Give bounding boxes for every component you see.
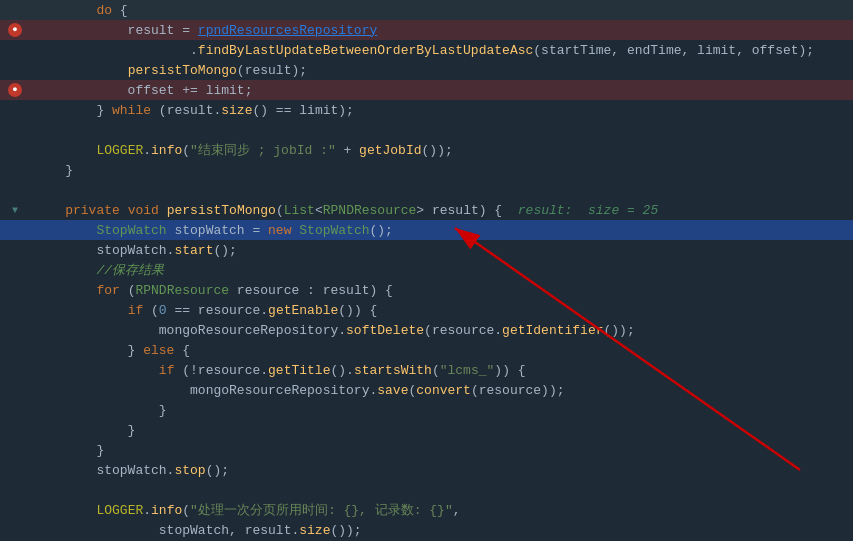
- code-line: persistToMongo(result);: [0, 60, 853, 80]
- code-line: }: [0, 440, 853, 460]
- line-code: } while (result.size() == limit);: [30, 103, 853, 118]
- fold-icon[interactable]: ▼: [7, 202, 23, 218]
- line-code: mongoResourceRepository.save(convert(res…: [30, 383, 853, 398]
- code-line: StopWatch stopWatch = new StopWatch();: [0, 220, 853, 240]
- line-code: if (!resource.getTitle().startsWith("lcm…: [30, 363, 853, 378]
- code-line: LOGGER.info("处理一次分页所用时间: {}, 记录数: {}",: [0, 500, 853, 520]
- code-line: [0, 120, 853, 140]
- line-code: //保存结果: [30, 261, 853, 279]
- line-code: do {: [30, 3, 853, 18]
- code-line: if (0 == resource.getEnable()) {: [0, 300, 853, 320]
- code-line: [0, 180, 853, 200]
- line-code: result = rpndResourcesRepository: [30, 23, 853, 38]
- line-code: mongoResourceRepository.softDelete(resou…: [30, 323, 853, 338]
- code-line: ● offset += limit;: [0, 80, 853, 100]
- line-code: [30, 483, 853, 498]
- line-code: stopWatch.start();: [30, 243, 853, 258]
- code-line: ● result = rpndResourcesRepository: [0, 20, 853, 40]
- code-line: mongoResourceRepository.save(convert(res…: [0, 380, 853, 400]
- line-code: }: [30, 403, 853, 418]
- error-indicator: ●: [8, 83, 22, 97]
- line-gutter: ▼: [0, 202, 30, 218]
- line-code: }: [30, 443, 853, 458]
- code-line: }: [0, 420, 853, 440]
- line-code: offset += limit;: [30, 83, 853, 98]
- code-lines: do {● result = rpndResourcesRepository .…: [0, 0, 853, 541]
- code-line: } else {: [0, 340, 853, 360]
- line-gutter: ●: [0, 83, 30, 97]
- line-code: stopWatch.stop();: [30, 463, 853, 478]
- code-line: }: [0, 400, 853, 420]
- line-code: } else {: [30, 343, 853, 358]
- code-line: stopWatch.stop();: [0, 460, 853, 480]
- line-code: [30, 123, 853, 138]
- code-line: [0, 480, 853, 500]
- error-indicator: ●: [8, 23, 22, 37]
- code-line: } while (result.size() == limit);: [0, 100, 853, 120]
- line-gutter: ●: [0, 23, 30, 37]
- code-line: stopWatch, result.size());: [0, 520, 853, 540]
- code-line: do {: [0, 0, 853, 20]
- line-code: persistToMongo(result);: [30, 63, 853, 78]
- code-line: //保存结果: [0, 260, 853, 280]
- line-code: private void persistToMongo(List<RPNDRes…: [30, 203, 853, 218]
- line-code: StopWatch stopWatch = new StopWatch();: [30, 223, 853, 238]
- line-code: .findByLastUpdateBetweenOrderByLastUpdat…: [30, 43, 853, 58]
- code-line: mongoResourceRepository.softDelete(resou…: [0, 320, 853, 340]
- code-editor: do {● result = rpndResourcesRepository .…: [0, 0, 853, 541]
- line-code: stopWatch, result.size());: [30, 523, 853, 538]
- code-line: for (RPNDResource resource : result) {: [0, 280, 853, 300]
- code-line: stopWatch.start();: [0, 240, 853, 260]
- line-code: LOGGER.info("处理一次分页所用时间: {}, 记录数: {}",: [30, 501, 853, 519]
- line-code: }: [30, 423, 853, 438]
- line-code: for (RPNDResource resource : result) {: [30, 283, 853, 298]
- line-code: [30, 183, 853, 198]
- line-code: }: [30, 163, 853, 178]
- code-line: LOGGER.info("结束同步 ; jobId :" + getJobId(…: [0, 140, 853, 160]
- line-code: LOGGER.info("结束同步 ; jobId :" + getJobId(…: [30, 141, 853, 159]
- code-line: }: [0, 160, 853, 180]
- code-line: .findByLastUpdateBetweenOrderByLastUpdat…: [0, 40, 853, 60]
- code-line: if (!resource.getTitle().startsWith("lcm…: [0, 360, 853, 380]
- line-code: if (0 == resource.getEnable()) {: [30, 303, 853, 318]
- code-line: ▼ private void persistToMongo(List<RPNDR…: [0, 200, 853, 220]
